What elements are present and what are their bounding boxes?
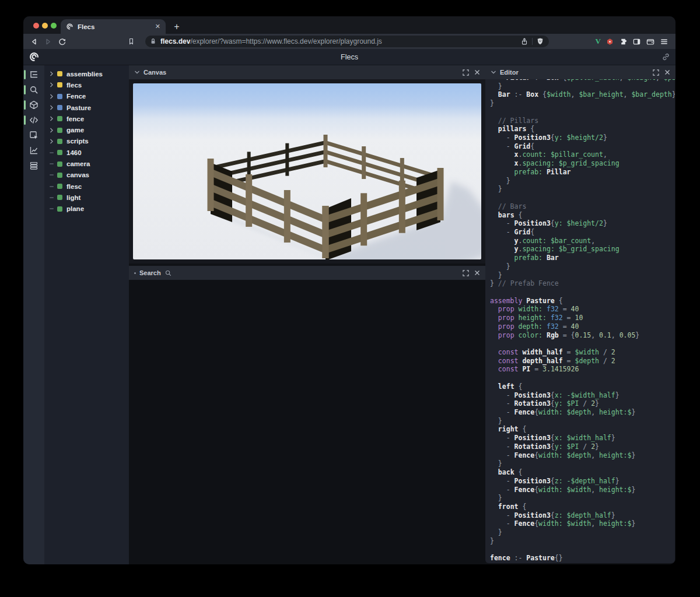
tool-scene-button[interactable] [23,97,44,113]
tab-close-icon[interactable]: ✕ [155,23,160,30]
main-area: assembliesflecsFencePasturefencegamescri… [23,65,676,564]
code-line: prefab: Pillar [490,168,675,177]
tab-strip: Flecs ✕ + [23,16,676,34]
code-line: } // Prefab Fence [490,279,675,288]
flecs-favicon-icon [66,23,74,30]
share-icon[interactable] [520,37,528,45]
url-path: /explorer/?wasm=https://www.flecs.dev/ex… [190,37,382,45]
tool-code-editor-button[interactable] [23,113,44,128]
tree-item-flesc[interactable]: flesc [44,181,129,192]
leaf-dash-icon [50,208,57,209]
entity-color-swatch [57,184,62,189]
tool-inspector-button[interactable] [23,128,44,143]
expand-icon[interactable] [653,69,659,76]
tool-rail [23,65,44,564]
leaf-dash-icon [50,152,57,153]
chevron-down-icon[interactable] [491,70,496,75]
browser-tab[interactable]: Flecs ✕ [61,19,166,34]
close-icon[interactable] [664,69,670,75]
expand-chevron-icon[interactable] [50,94,57,99]
code-line: - Fence{width: $width, height:$} [490,519,675,528]
chart-icon [29,146,38,155]
code-line: - Fence{width: $width, height:$} [490,486,675,494]
code-line: y.count: $bar_count, [490,237,675,245]
tool-search-button[interactable] [23,82,44,97]
extensions-puzzle-icon[interactable] [619,37,628,46]
code-line: Bar :- Box {$width, $bar_height, $bar_de… [490,90,675,99]
extension-cluster: V [596,37,668,46]
reload-button[interactable] [55,35,69,48]
expand-icon[interactable] [463,69,469,76]
tool-tables-button[interactable] [23,158,44,173]
code-line: const depth_half = $depth / 2 [490,357,675,366]
tree-item-fence[interactable]: fence [44,113,129,124]
active-indicator [24,70,26,79]
tree-item-camera[interactable]: camera [44,158,129,169]
maximize-window-button[interactable] [51,23,57,29]
red-badge-extension-icon[interactable] [606,37,614,46]
expand-chevron-icon[interactable] [50,139,57,144]
tree-item-light[interactable]: light [44,192,129,203]
code-line: // Bars [490,202,675,211]
code-line: } [490,528,675,537]
code-line: - Grid{ [490,142,675,151]
expand-chevron-icon[interactable] [50,82,57,87]
forward-button[interactable] [41,35,55,48]
brave-shield-icon[interactable] [536,37,544,45]
close-window-button[interactable] [33,23,39,29]
new-tab-button[interactable]: + [170,20,183,33]
back-button[interactable] [27,35,41,48]
code-line: } [490,494,675,503]
entity-color-swatch [57,206,62,212]
leaf-dash-icon [50,186,57,187]
close-icon[interactable] [474,270,480,276]
tree-item-game[interactable]: game [44,124,129,135]
search-panel-body[interactable] [129,280,485,564]
tree-item-plane[interactable]: plane [44,203,129,215]
expand-chevron-icon[interactable] [50,116,57,121]
code-line: - Rotation3{y: $PI / 2} [490,443,675,451]
tool-stats-button[interactable] [23,143,44,158]
code-line: } [490,459,675,468]
canvas-panel-header: Canvas [129,65,485,79]
bookmark-button[interactable] [124,35,138,48]
reload-icon [58,37,66,46]
minimize-window-button[interactable] [42,23,48,29]
tree-item-scripts[interactable]: scripts [44,136,129,147]
tree-item-1460[interactable]: 1460 [44,147,129,158]
code-line: - Position3{z: -$depth_half} [490,477,675,486]
tree-item-assemblies[interactable]: assemblies [44,68,129,79]
browser-window: Flecs ✕ + [23,16,676,564]
canvas-panel-body [129,79,485,264]
divider [532,38,533,45]
expand-chevron-icon[interactable] [50,71,57,76]
expand-chevron-icon[interactable] [50,128,57,133]
tool-tree-view-button[interactable] [23,67,44,82]
tree-item-Fence[interactable]: Fence [44,91,129,102]
menu-icon[interactable] [660,37,668,46]
3d-viewport[interactable] [133,83,481,259]
close-icon[interactable] [474,69,480,75]
expand-icon[interactable] [463,270,469,276]
leaf-dash-icon [50,163,57,164]
tree-item-Pasture[interactable]: Pasture [44,102,129,113]
code-line: fence :- Pasture{} [490,554,675,563]
sidebar-toggle-icon[interactable] [632,37,641,46]
tree-item-canvas[interactable]: canvas [44,170,129,181]
tree-item-label: game [66,127,84,134]
script-editor[interactable]: Pillar :- Box {$pillar_width, $height, $… [485,79,675,563]
tree-item-label: fence [66,115,84,122]
url-bar[interactable]: flecs.dev/explorer/?wasm=https://www.fle… [145,36,549,47]
wallet-icon[interactable] [646,37,655,46]
code-line: } [490,185,675,194]
chevron-down-icon[interactable] [134,70,140,75]
entity-tree: assembliesflecsFencePasturefencegamescri… [44,65,129,564]
expand-chevron-icon[interactable] [50,105,57,110]
tree-item-label: canvas [66,171,89,178]
leaf-dash-icon [50,197,57,198]
entity-color-swatch [57,139,62,144]
tree-item-label: plane [66,205,84,212]
tree-item-flecs[interactable]: flecs [44,79,129,90]
vue-devtools-icon[interactable]: V [596,37,601,46]
collapse-dot-icon[interactable] [134,272,136,274]
